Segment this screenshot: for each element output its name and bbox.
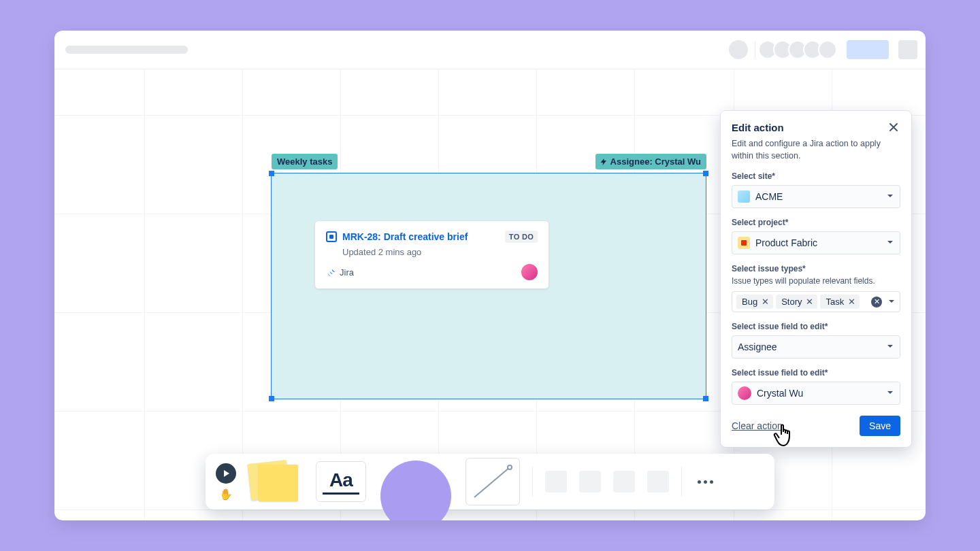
pointer-tool[interactable]: ✋ bbox=[215, 461, 237, 502]
toolbar-divider bbox=[532, 467, 533, 497]
bolt-icon bbox=[600, 158, 608, 166]
issue-types-help: Issue types will populate relevant field… bbox=[732, 276, 900, 286]
issue-types-multiselect[interactable]: Bug✕ Story✕ Task✕ ✕ bbox=[732, 291, 900, 312]
person-avatar-icon bbox=[738, 386, 751, 400]
presence-stack[interactable] bbox=[762, 40, 837, 59]
chevron-down-icon bbox=[886, 341, 894, 353]
jira-source-badge: Jira bbox=[326, 267, 354, 278]
assignee-avatar[interactable] bbox=[521, 264, 538, 280]
presence-avatar[interactable] bbox=[729, 40, 748, 59]
text-underline-icon bbox=[323, 492, 359, 495]
text-tool[interactable]: Aa bbox=[316, 461, 366, 502]
tag-task[interactable]: Task✕ bbox=[820, 295, 860, 309]
toolbar-divider bbox=[681, 467, 682, 497]
tool-placeholder[interactable] bbox=[613, 471, 635, 492]
remove-tag-icon[interactable]: ✕ bbox=[847, 297, 857, 307]
divider bbox=[755, 41, 755, 58]
remove-tag-icon[interactable]: ✕ bbox=[804, 297, 815, 307]
remove-tag-icon[interactable]: ✕ bbox=[760, 297, 770, 307]
svg-point-2 bbox=[508, 465, 512, 469]
jira-logo-icon bbox=[326, 267, 336, 277]
person-select[interactable]: Crystal Wu bbox=[732, 382, 900, 405]
edit-action-panel: Edit action Edit and configure a Jira ac… bbox=[720, 110, 912, 448]
site-select[interactable]: ACME bbox=[732, 185, 900, 208]
top-right-controls bbox=[729, 40, 917, 59]
more-icon bbox=[698, 480, 713, 484]
chevron-down-icon bbox=[886, 387, 894, 399]
svg-line-1 bbox=[474, 467, 510, 497]
action-chip-text: Assignee: Crystal Wu bbox=[610, 156, 701, 167]
circle-shape-icon bbox=[380, 461, 451, 520]
chevron-down-icon bbox=[886, 190, 894, 203]
resize-handle[interactable] bbox=[703, 396, 708, 401]
chevron-down-icon bbox=[886, 237, 894, 249]
panel-description: Edit and configure a Jira action to appl… bbox=[732, 138, 900, 162]
project-value: Product Fabric bbox=[755, 237, 817, 248]
section-label[interactable]: Weekly tasks bbox=[272, 154, 338, 169]
text-tool-label: Aa bbox=[329, 469, 353, 491]
toolbar-more-button[interactable] bbox=[694, 461, 716, 502]
chevron-down-icon bbox=[887, 296, 896, 308]
field-value-label: Select issue field to edit* bbox=[732, 368, 900, 378]
field-value: Assignee bbox=[738, 341, 777, 352]
shape-tool[interactable] bbox=[378, 461, 453, 502]
resize-handle[interactable] bbox=[703, 171, 708, 176]
share-button[interactable] bbox=[847, 40, 889, 59]
project-select[interactable]: Product Fabric bbox=[732, 231, 900, 254]
hand-tool-icon[interactable]: ✋ bbox=[219, 488, 233, 501]
card-updated: Updated 2 mins ago bbox=[342, 247, 538, 257]
project-label: Select project* bbox=[732, 218, 900, 227]
site-label: Select site* bbox=[732, 171, 900, 181]
resize-handle[interactable] bbox=[269, 396, 274, 401]
line-tool[interactable] bbox=[466, 458, 520, 505]
top-more-button[interactable] bbox=[898, 40, 917, 59]
tag-story[interactable]: Story✕ bbox=[776, 295, 817, 309]
clear-action-link[interactable]: Clear action bbox=[732, 420, 783, 431]
tool-placeholder[interactable] bbox=[647, 471, 669, 492]
field-to-edit-select[interactable]: Assignee bbox=[732, 335, 900, 358]
save-button[interactable]: Save bbox=[860, 416, 900, 436]
svg-rect-0 bbox=[741, 240, 747, 246]
play-icon bbox=[216, 463, 236, 484]
person-value: Crystal Wu bbox=[757, 388, 803, 399]
sticky-note-tool[interactable] bbox=[249, 461, 304, 502]
title-placeholder bbox=[65, 46, 188, 54]
section-action-chip[interactable]: Assignee: Crystal Wu bbox=[595, 154, 706, 169]
status-lozenge: TO DO bbox=[505, 231, 538, 243]
close-icon[interactable] bbox=[887, 120, 900, 134]
tool-placeholder[interactable] bbox=[579, 471, 601, 492]
whiteboard-canvas: Weekly tasks Assignee: Crystal Wu MRK-28… bbox=[54, 31, 926, 520]
card-title[interactable]: MRK-28: Draft creative brief bbox=[342, 231, 468, 242]
top-bar bbox=[54, 31, 926, 69]
field-to-edit-label: Select issue field to edit* bbox=[732, 322, 900, 331]
site-icon bbox=[738, 190, 750, 203]
source-label: Jira bbox=[340, 267, 354, 278]
issue-types-label: Select issue types* bbox=[732, 264, 900, 273]
panel-title: Edit action bbox=[732, 122, 784, 133]
tag-bug[interactable]: Bug✕ bbox=[736, 295, 773, 309]
resize-handle[interactable] bbox=[269, 171, 274, 176]
issue-type-icon bbox=[326, 231, 337, 242]
project-icon bbox=[738, 237, 750, 249]
tool-placeholder[interactable] bbox=[545, 471, 567, 492]
clear-all-icon[interactable]: ✕ bbox=[871, 297, 882, 307]
jira-card[interactable]: MRK-28: Draft creative brief TO DO Updat… bbox=[314, 220, 549, 289]
bottom-toolbar: ✋ Aa bbox=[206, 454, 774, 510]
site-value: ACME bbox=[755, 191, 783, 202]
